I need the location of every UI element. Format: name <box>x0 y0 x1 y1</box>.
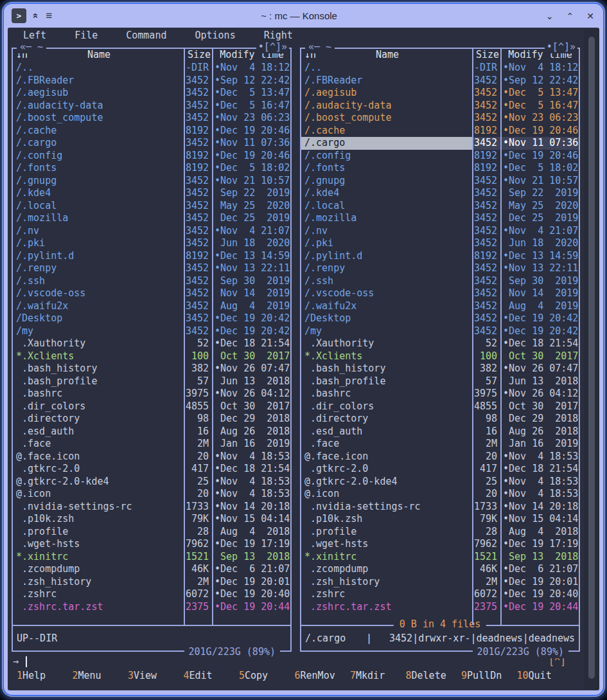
scrollbar-thumb[interactable] <box>588 37 595 679</box>
file-row[interactable]: /.waifu2x3452 Aug 4 2019 <box>301 300 579 313</box>
right-panel-scroll-button[interactable]: •[^]» <box>545 41 577 53</box>
right-panel-path[interactable]: «─ ~ <box>305 41 335 53</box>
file-row[interactable]: .zsh_history2M•Dec 19 20:01 <box>301 576 579 589</box>
file-row[interactable]: /.renpy3452•Nov 13 22:11 <box>13 262 290 275</box>
file-row[interactable]: /.gnupg3452•Nov 21 10:57 <box>301 175 579 188</box>
file-row[interactable]: /.pki3452 Jun 18 2020 <box>13 237 290 250</box>
file-row[interactable]: /.FBReader3452•Sep 12 22:42 <box>301 75 579 87</box>
fkey-pulldn-button[interactable]: 9PullDn <box>461 670 517 685</box>
file-row[interactable]: .bash_history382•Nov 26 07:47 <box>13 363 290 375</box>
file-row[interactable]: .wget-hsts7962•Dec 19 17:19 <box>13 538 290 551</box>
file-row[interactable]: /.local3452 May 25 2020 <box>301 200 579 213</box>
file-row[interactable]: @.gtkrc-2.0-kde425•Nov 4 18:53 <box>301 476 579 489</box>
menu-command[interactable]: Command <box>126 30 166 44</box>
fkey-help-button[interactable]: 1Help <box>17 670 73 685</box>
file-row[interactable]: .zshrc.tar.zst2375•Dec 19 20:44 <box>13 601 290 614</box>
file-row[interactable]: .profile28 Aug 4 2018 <box>301 526 579 539</box>
fkey-quit-button[interactable]: 10Quit <box>517 670 573 685</box>
file-row[interactable]: @.face.icon20•Nov 4 18:53 <box>13 451 290 463</box>
file-row[interactable]: *.Xclients100 Oct 30 2017 <box>301 350 579 363</box>
minimize-button[interactable]: ⌄ <box>546 11 554 21</box>
file-row[interactable]: /.pylint.d8192•Dec 13 14:59 <box>13 250 290 263</box>
file-row[interactable]: /.cargo3452•Nov 11 07:36 <box>301 137 579 150</box>
file-row[interactable]: @.gtkrc-2.0-kde425•Nov 4 18:53 <box>13 476 290 489</box>
file-row[interactable]: /.ssh3452 Sep 30 2019 <box>13 275 290 288</box>
file-row[interactable]: *.Xclients100 Oct 30 2017 <box>13 350 290 363</box>
file-row[interactable]: .zshrc6072•Dec 19 20:40 <box>13 588 290 601</box>
fkey-copy-button[interactable]: 5Copy <box>239 670 295 685</box>
file-row[interactable]: /.waifu2x3452 Aug 4 2019 <box>13 300 290 313</box>
file-row[interactable]: .bashrc3975•Nov 26 04:12 <box>301 388 579 400</box>
file-row[interactable]: .face2M Jan 16 2019 <box>301 438 579 451</box>
file-row[interactable]: /.mozilla3452 Dec 25 2019 <box>13 212 290 225</box>
menu-file[interactable]: File <box>75 30 98 44</box>
terminal-scrollbar[interactable] <box>584 29 599 689</box>
file-row[interactable]: .wget-hsts7962•Dec 19 17:19 <box>301 538 579 551</box>
file-row[interactable]: .gtkrc-2.0417•Dec 18 21:54 <box>13 463 290 476</box>
close-button[interactable]: ✕ <box>586 11 594 21</box>
file-row[interactable]: /.nv3452•Nov 4 21:07 <box>301 225 579 238</box>
text-cursor[interactable] <box>26 656 27 667</box>
fkey-view-button[interactable]: 3View <box>128 670 184 685</box>
file-row[interactable]: @.icon20•Nov 4 18:53 <box>13 488 290 501</box>
file-row[interactable]: .p10k.zsh79K•Nov 15 04:14 <box>301 513 579 526</box>
file-row[interactable]: .esd_auth16 Aug 26 2018 <box>13 426 290 438</box>
fkey-delete-button[interactable]: 8Delete <box>406 670 462 685</box>
left-panel-path[interactable]: «─ ~ <box>17 41 46 53</box>
file-row[interactable]: /.vscode-oss3452 Nov 14 2019 <box>301 287 579 300</box>
file-row[interactable]: .face2M Jan 16 2019 <box>13 438 290 451</box>
file-row[interactable]: .bash_profile57 Jun 13 2018 <box>301 375 579 388</box>
file-row[interactable]: /.aegisub3452•Dec 5 13:47 <box>13 87 290 100</box>
file-row[interactable]: /.aegisub3452•Dec 5 13:47 <box>301 87 579 100</box>
file-row[interactable]: /.config8192•Dec 19 20:46 <box>301 150 579 163</box>
file-row[interactable]: .zcompdump46K•Dec 6 21:07 <box>301 563 579 576</box>
file-row[interactable]: .zcompdump46K•Dec 6 21:07 <box>13 563 290 576</box>
file-row[interactable]: /my3452•Dec 19 20:42 <box>13 325 290 338</box>
file-row[interactable]: .nvidia-settings-rc1733•Nov 14 20:18 <box>301 501 579 514</box>
file-row[interactable]: .dir_colors4855 Oct 30 2017 <box>301 400 579 413</box>
file-row[interactable]: /.kde43452 Sep 22 2019 <box>13 187 290 200</box>
file-row[interactable]: /.local3452 May 25 2020 <box>13 200 290 213</box>
file-row[interactable]: .dir_colors4855 Oct 30 2017 <box>13 400 290 413</box>
file-row[interactable]: /.boost_compute3452•Nov 23 06:23 <box>301 112 579 125</box>
hamburger-menu-icon[interactable]: ≡ <box>46 10 52 22</box>
file-row[interactable]: /.cache8192•Dec 19 20:46 <box>13 125 290 138</box>
file-row[interactable]: .bash_history382•Nov 26 07:47 <box>301 363 579 375</box>
file-row[interactable]: /.FBReader3452•Sep 12 22:42 <box>13 75 290 87</box>
file-row[interactable]: /.vscode-oss3452 Nov 14 2019 <box>13 287 290 300</box>
file-row[interactable]: @.icon20•Nov 4 18:53 <box>301 488 579 501</box>
file-row[interactable]: /..-DIR•Nov 4 18:12 <box>301 62 579 75</box>
file-row[interactable]: /Desktop3452•Dec 19 20:42 <box>301 312 579 325</box>
menu-options[interactable]: Options <box>195 30 235 44</box>
file-row[interactable]: /.fonts8192•Dec 5 18:02 <box>13 162 290 175</box>
file-row[interactable]: /..-DIR•Nov 4 18:12 <box>13 62 290 75</box>
file-row[interactable]: /.kde43452 Sep 22 2019 <box>301 187 579 200</box>
file-row[interactable]: .zshrc.tar.zst2375•Dec 19 20:44 <box>301 601 579 614</box>
fkey-renmov-button[interactable]: 6RenMov <box>295 670 351 685</box>
file-row[interactable]: @.face.icon20•Nov 4 18:53 <box>301 451 579 463</box>
file-row[interactable]: /my3452•Dec 19 20:42 <box>301 325 579 338</box>
title-bar[interactable]: > « ≡ ~ : mc — Konsole ⌄ ⌃ ✕ <box>4 4 603 28</box>
fkey-mkdir-button[interactable]: 7Mkdir <box>350 670 406 685</box>
keep-above-icon[interactable]: « <box>31 13 42 18</box>
fkey-menu-button[interactable]: 2Menu <box>73 670 128 685</box>
file-row[interactable]: /Desktop3452•Dec 19 20:42 <box>13 312 290 325</box>
file-row[interactable]: /.fonts8192•Dec 5 18:02 <box>301 162 579 175</box>
file-row[interactable]: *.xinitrc1521 Sep 13 2018 <box>301 551 579 564</box>
file-row[interactable]: /.renpy3452•Nov 13 22:11 <box>301 262 579 275</box>
file-row[interactable]: .bashrc3975•Nov 26 04:12 <box>13 388 290 400</box>
fkey-edit-button[interactable]: 4Edit <box>184 670 240 685</box>
file-row[interactable]: .zsh_history2M•Dec 19 20:01 <box>13 576 290 589</box>
file-row[interactable]: /.cargo3452•Nov 11 07:36 <box>13 137 290 150</box>
left-panel-scroll-button[interactable]: •[^]» <box>256 41 289 53</box>
file-row[interactable]: /.boost_compute3452•Nov 23 06:23 <box>13 112 290 125</box>
file-row[interactable]: .directory98 Dec 29 2018 <box>301 413 579 426</box>
file-row[interactable]: /.gnupg3452•Nov 21 10:57 <box>13 175 290 188</box>
maximize-button[interactable]: ⌃ <box>567 11 574 21</box>
file-row[interactable]: /.nv3452•Nov 4 21:07 <box>13 225 290 238</box>
file-row[interactable]: .directory98 Dec 29 2018 <box>13 413 290 426</box>
file-row[interactable]: /.config8192•Dec 19 20:46 <box>13 150 290 163</box>
file-row[interactable]: .profile28 Aug 4 2018 <box>13 526 290 539</box>
file-row[interactable]: /.cache8192•Dec 19 20:46 <box>301 125 579 138</box>
file-row[interactable]: /.pki3452 Jun 18 2020 <box>301 237 579 250</box>
